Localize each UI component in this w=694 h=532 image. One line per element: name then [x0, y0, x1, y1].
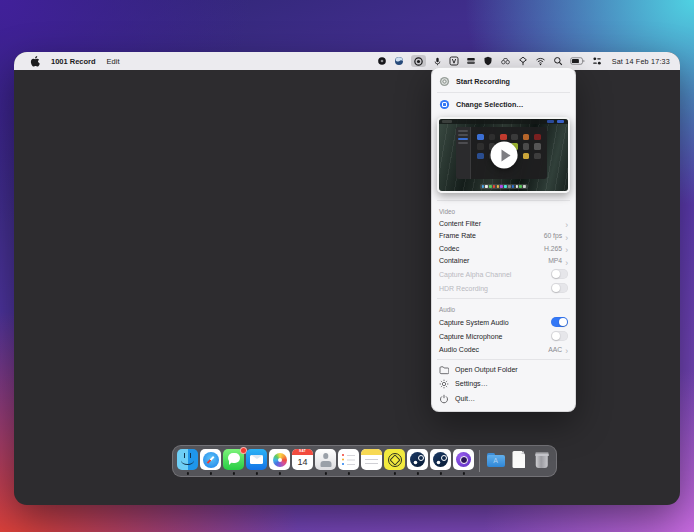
- menu-item-label: Capture System Audio: [439, 319, 509, 326]
- running-indicator: [324, 472, 326, 474]
- dock-item-document[interactable]: [508, 449, 529, 470]
- menu-item-capture-system-audio: Capture System Audio: [432, 315, 575, 329]
- dock-item-reminders[interactable]: [338, 449, 359, 470]
- menu-item-label: Audio Codec: [439, 346, 479, 353]
- menu-edit[interactable]: Edit: [107, 57, 120, 66]
- shield-icon[interactable]: [483, 55, 493, 67]
- dock-item-notes[interactable]: [361, 449, 382, 470]
- menu-item-label: HDR Recording: [439, 285, 488, 292]
- wifi-icon[interactable]: [535, 55, 546, 67]
- menu-item-label: Codec: [439, 245, 459, 252]
- play-button-icon: [490, 142, 517, 169]
- recording-preview-thumbnail[interactable]: [437, 117, 570, 193]
- running-indicator: [462, 472, 464, 474]
- separator: [437, 298, 570, 299]
- control-center-icon[interactable]: [592, 55, 602, 67]
- menu-item-label: Settings…: [455, 380, 488, 388]
- menu-item-content-filter[interactable]: Content Filter: [432, 217, 575, 230]
- microphone-icon[interactable]: [433, 55, 442, 67]
- search-icon[interactable]: [553, 55, 563, 67]
- frame-rate-value: 60 fps: [544, 232, 563, 239]
- menu-item-settings[interactable]: Settings…: [432, 377, 575, 392]
- selection-icon: [439, 99, 450, 110]
- dock: SAT 14: [172, 445, 557, 477]
- menu-item-label: Capture Alpha Channel: [439, 271, 511, 278]
- running-indicator: [393, 472, 395, 474]
- menu-item-change-selection[interactable]: Change Selection…: [432, 96, 575, 112]
- captured-screen: 1001 Record Edit Sat 14 Feb 17:33: [14, 52, 680, 505]
- running-indicator: [347, 472, 349, 474]
- v-app-icon[interactable]: [449, 55, 459, 67]
- dock-item-contacts[interactable]: [315, 449, 336, 470]
- separator: [437, 359, 570, 360]
- gear-icon: [439, 379, 449, 389]
- menu-item-label: Content Filter: [439, 220, 481, 227]
- menu-item-label: Quit…: [455, 395, 475, 403]
- menu-item-label: Capture Microphone: [439, 333, 502, 340]
- record-icon: [439, 76, 450, 87]
- separator: [437, 200, 570, 201]
- menu-item-label: Container: [439, 257, 469, 264]
- record-app-dropdown-menu: Start Recording Change Selection…: [431, 67, 576, 412]
- display-bars-icon[interactable]: [466, 55, 476, 67]
- menu-item-open-output-folder[interactable]: Open Output Folder: [432, 363, 575, 378]
- menu-item-start-recording[interactable]: Start Recording: [432, 73, 575, 89]
- menu-item-label: Start Recording: [456, 77, 510, 86]
- power-icon: [439, 394, 449, 404]
- battery-icon[interactable]: [570, 55, 585, 67]
- folder-icon: [439, 365, 449, 375]
- app-menu-title[interactable]: 1001 Record: [51, 57, 96, 66]
- chevron-right-icon: [565, 252, 568, 270]
- section-header-audio: Audio: [432, 302, 575, 315]
- dock-divider: [479, 450, 480, 472]
- container-value: MP4: [548, 257, 562, 264]
- running-indicator: [278, 472, 280, 474]
- menu-item-frame-rate[interactable]: Frame Rate 60 fps: [432, 230, 575, 243]
- dock-item-messages[interactable]: [223, 449, 244, 470]
- running-indicator: [186, 472, 188, 474]
- toggle-capture-alpha-channel[interactable]: [551, 269, 568, 279]
- dock-item-applications-folder[interactable]: [485, 449, 506, 470]
- dock-item-finder[interactable]: [177, 449, 198, 470]
- separator: [437, 92, 570, 93]
- toggle-hdr-recording[interactable]: [551, 283, 568, 293]
- running-indicator: [439, 472, 441, 474]
- dock-item-mail[interactable]: [246, 449, 267, 470]
- dock-item-knot-app[interactable]: [384, 449, 405, 470]
- menu-item-hdr-recording: HDR Recording: [432, 281, 575, 295]
- tilted-square-icon[interactable]: [518, 55, 528, 67]
- preview-sidebar: [456, 127, 472, 179]
- dock-item-1001-record[interactable]: [453, 449, 474, 470]
- running-indicator: [209, 472, 211, 474]
- calendar-day: 14: [292, 455, 313, 471]
- dock-item-calendar[interactable]: SAT 14: [292, 449, 313, 470]
- menu-bar: 1001 Record Edit Sat 14 Feb 17:33: [14, 52, 680, 70]
- wallpaper-background: 1001 Record Edit Sat 14 Feb 17:33: [0, 0, 694, 532]
- menu-item-label: Open Output Folder: [455, 366, 518, 374]
- dock-item-trash[interactable]: [531, 449, 552, 470]
- menu-item-quit[interactable]: Quit…: [432, 392, 575, 407]
- record-active-icon[interactable]: [411, 55, 426, 67]
- menu-item-capture-microphone: Capture Microphone: [432, 329, 575, 343]
- preview-menubar: [439, 119, 568, 124]
- preview-dock: [479, 184, 527, 189]
- running-indicator: [416, 472, 418, 474]
- circle-icon[interactable]: [377, 55, 387, 67]
- toggle-capture-system-audio[interactable]: [551, 317, 568, 327]
- menu-item-container[interactable]: Container MP4: [432, 255, 575, 268]
- menu-bar-clock[interactable]: Sat 14 Feb 17:33: [612, 57, 670, 66]
- section-header-video: Video: [432, 204, 575, 217]
- running-indicator: [232, 472, 234, 474]
- apple-menu-icon[interactable]: [30, 56, 40, 67]
- dock-item-safari[interactable]: [200, 449, 221, 470]
- binoculars-icon[interactable]: [500, 55, 511, 67]
- menu-item-codec[interactable]: Codec H.265: [432, 242, 575, 255]
- dock-item-steam-2[interactable]: [430, 449, 451, 470]
- dock-item-steam[interactable]: [407, 449, 428, 470]
- menu-item-label: Frame Rate: [439, 232, 476, 239]
- dock-item-photos[interactable]: [269, 449, 290, 470]
- chevron-right-icon: [565, 340, 568, 358]
- menu-item-audio-codec[interactable]: Audio Codec AAC: [432, 343, 575, 356]
- toggle-capture-microphone[interactable]: [551, 331, 568, 341]
- swirl-icon[interactable]: [394, 55, 404, 67]
